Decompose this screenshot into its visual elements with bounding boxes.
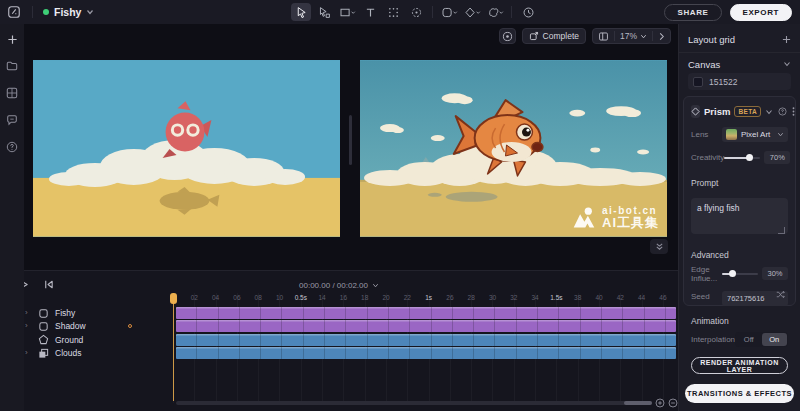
snapshot-camera-button[interactable] [499,28,516,44]
edge-influence-label: Edge Influe... [691,265,722,283]
advanced-label-row: Advanced [691,247,788,262]
interpolation-off-option[interactable]: Off [736,333,761,346]
project-menu[interactable]: Fishy [43,6,94,18]
track-bar-fishy[interactable] [176,307,676,319]
transitions-effects-button[interactable]: TRANSITIONS & EFFECTS [685,384,794,403]
frames-divider-scrollbar[interactable] [349,115,352,165]
prism-header[interactable]: Prism BETA [691,104,788,119]
canvas-section-title: Canvas [688,59,720,70]
beta-badge: BETA [734,106,761,117]
assets-grid-icon[interactable] [4,85,20,101]
collapse-canvas-button[interactable] [650,239,668,254]
freeform-shape-tool-icon[interactable] [485,3,505,21]
prism-icon [691,105,700,118]
node-select-tool-icon[interactable] [314,3,334,21]
left-sidebar [0,24,24,411]
chevron-right-icon [658,32,665,41]
chevron-down-icon[interactable] [765,108,773,116]
render-animation-layer-button[interactable]: RENDER ANIMATION LAYER [691,357,788,374]
track-bar-ground[interactable] [176,334,676,346]
seed-label: Seed [691,292,710,301]
chevron-down-icon [777,131,784,138]
chat-bubble-icon[interactable] [4,112,20,128]
interpolation-row: Interpolation Off On [691,332,788,347]
prompt-label-row: Prompt [691,175,788,190]
transform-grid-tool-icon[interactable] [383,3,403,21]
prompt-input[interactable]: a flying fish [691,198,788,234]
plus-icon[interactable] [782,35,791,44]
layer-row-shadow[interactable]: ›Shadow [0,320,173,332]
canvas-viewport[interactable]: ai-bot.cn AI工具集 Complete 17% [24,24,678,270]
chevron-right-icon[interactable]: › [25,307,28,319]
chevron-down-icon [640,33,647,40]
playhead[interactable] [170,293,177,304]
creativity-label: Creativity [691,153,724,162]
interpolation-on-option[interactable]: On [762,333,787,346]
timeline-zoom-in-button[interactable] [654,397,666,409]
help-icon[interactable] [4,139,20,155]
canvas-color-field[interactable]: 151522 [688,73,791,90]
timeline-scrollbar[interactable] [176,401,652,405]
layer-row-ground[interactable]: Ground [0,334,173,346]
next-arrow-button[interactable] [653,29,670,43]
add-plus-icon[interactable] [4,31,20,47]
diamond-shape-tool-icon[interactable] [462,3,482,21]
chevron-down-icon[interactable] [783,60,791,68]
layer-row-clouds[interactable]: ›Clouds [0,347,173,359]
pentagon-icon [38,334,49,345]
rectangle-tool-icon[interactable] [337,3,357,21]
watermark-logo-icon [572,206,596,230]
track-bar-clouds[interactable] [176,347,676,359]
help-icon[interactable] [778,107,787,116]
panel-toggle-button[interactable] [593,29,614,43]
timeline-layer-list: ›Fishy›ShadowGround›Clouds [0,271,173,411]
creativity-slider[interactable] [724,157,760,159]
canvas-color-swatch[interactable] [693,77,703,87]
layer-name: Ground [55,334,83,346]
creativity-value: 70% [764,151,790,164]
history-clock-icon[interactable] [518,3,538,21]
slider-thumb[interactable] [746,154,753,161]
frame-2[interactable]: ai-bot.cn AI工具集 [360,60,667,237]
prism-panel: Prism BETA Lens Pixel Art Creativity [683,96,796,306]
app-logo-icon[interactable] [6,4,22,20]
lens-row: Lens Pixel Art [691,127,788,142]
chevron-right-icon[interactable]: › [25,320,28,332]
rounded-shape-tool-icon[interactable] [439,3,459,21]
lens-label: Lens [691,130,708,139]
rotate-select-tool-icon[interactable] [406,3,426,21]
slider-thumb[interactable] [729,270,736,277]
export-frame-icon [529,31,539,41]
animation-label-row: Animation [691,313,788,328]
zoom-level-value: 17% [620,31,637,41]
stack-icon [38,348,49,359]
edge-influence-slider[interactable] [722,273,758,275]
interpolation-label: Interpolation [691,335,735,344]
timeline-tracks [173,271,678,411]
app-root: Fishy [0,0,800,411]
layer-row-fishy[interactable]: ›Fishy [0,307,173,319]
shuffle-icon[interactable] [776,290,785,299]
interpolation-toggle: Off On [735,332,788,347]
export-button[interactable]: EXPORT [730,4,793,21]
canvas-color-hex: 151522 [709,77,737,87]
complete-button[interactable]: Complete [522,28,586,44]
canvas-section-row[interactable]: Canvas [688,57,791,71]
edge-influence-row: Edge Influe... 30% [691,266,788,281]
scrollbar-thumb[interactable] [624,401,652,405]
divider [679,52,800,53]
folder-icon[interactable] [4,58,20,74]
lens-dropdown[interactable]: Pixel Art [722,127,788,142]
select-tool-icon[interactable] [291,3,311,21]
zoom-level-dropdown[interactable]: 17% [615,29,652,43]
chevron-right-icon[interactable]: › [25,347,28,359]
share-button[interactable]: SHARE [664,4,721,21]
track-bar-shadow[interactable] [176,320,676,332]
lens-thumbnail [726,129,737,140]
text-tool-icon[interactable] [360,3,380,21]
complete-label: Complete [543,31,579,41]
edge-influence-value: 30% [762,267,788,280]
frame-1[interactable] [33,60,340,237]
kebab-menu-icon[interactable] [792,107,795,116]
layout-grid-row: Layout grid [688,32,791,46]
